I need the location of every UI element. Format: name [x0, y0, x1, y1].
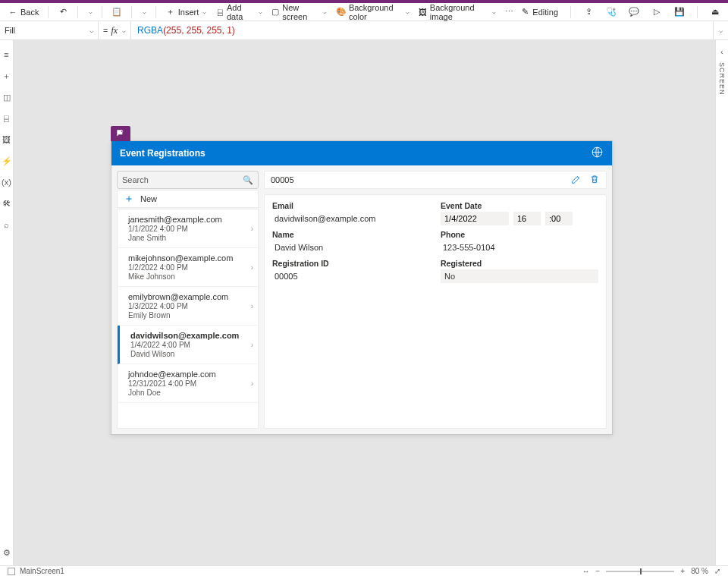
- add-data-button[interactable]: ⌸ Add data ⌵: [212, 2, 265, 23]
- paste-more-button[interactable]: ⌵: [138, 7, 149, 17]
- detail-header: 00005: [264, 171, 607, 189]
- list-item[interactable]: mikejohnson@example.com1/2/2022 4:00 PMM…: [118, 248, 258, 287]
- chevron-down-icon: ⌵: [259, 8, 262, 15]
- fx-icon[interactable]: fx: [111, 25, 118, 36]
- list-item[interactable]: davidwilson@example.com1/4/2022 4:00 PMD…: [118, 326, 258, 364]
- insert-button[interactable]: ＋ Insert ⌵: [162, 5, 210, 19]
- collapse-properties-button[interactable]: ‹: [720, 48, 723, 56]
- paste-button[interactable]: 📋: [108, 5, 125, 19]
- bg-color-button[interactable]: 🎨 Background color ⌵: [333, 2, 413, 23]
- delete-record-button[interactable]: [589, 174, 600, 186]
- eventdate-date-input[interactable]: 1/4/2022: [441, 212, 509, 225]
- property-selected: Fill: [5, 26, 15, 35]
- formula-bar: Fill = fx ⌵ RGBA(255, 255, 255, 1) ⌵: [0, 21, 728, 40]
- editing-mode-button[interactable]: ✎ Editing: [516, 5, 561, 19]
- new-screen-button[interactable]: ▢ New screen ⌵: [268, 2, 330, 23]
- undo-more-button[interactable]: ⌵: [84, 7, 96, 17]
- publish-button[interactable]: ⏏: [707, 5, 723, 19]
- registered-value[interactable]: No: [441, 269, 598, 283]
- select-screen-checkbox[interactable]: [8, 568, 15, 575]
- back-button[interactable]: ← Back: [5, 5, 42, 19]
- formula-func: RGBA: [137, 25, 163, 36]
- settings-icon[interactable]: ⚙: [2, 547, 12, 558]
- checker-button[interactable]: 🩺: [603, 5, 620, 19]
- list-item-email: mikejohnson@example.com: [128, 253, 250, 263]
- zoom-slider[interactable]: [606, 571, 674, 572]
- app-header: Event Registrations: [111, 141, 612, 165]
- list-item-email: janesmith@example.com: [128, 215, 250, 224]
- globe-button[interactable]: [591, 146, 604, 161]
- undo-icon: ↶: [58, 7, 68, 17]
- undo-button[interactable]: ↶: [55, 5, 71, 19]
- save-button[interactable]: 💾: [671, 5, 688, 19]
- data-icon: ⌸: [215, 7, 224, 17]
- list-item-email: davidwilson@example.com: [130, 331, 250, 340]
- list-item-name: David Wilson: [130, 350, 250, 358]
- play-icon: ▷: [651, 7, 662, 17]
- list-item[interactable]: emilybrown@example.com1/3/2022 4:00 PMEm…: [118, 287, 258, 326]
- browse-panel: Search 🔍 ＋ New janesmith@example.com1/1/…: [117, 171, 259, 429]
- canvas-area[interactable]: Event Registrations Search 🔍 ＋ New: [14, 40, 715, 565]
- edit-record-button[interactable]: [571, 174, 582, 186]
- hamburger-icon[interactable]: ≡: [2, 49, 12, 60]
- copilot-icon: [115, 128, 126, 139]
- orientation-toggle[interactable]: ↔: [582, 567, 590, 575]
- comments-button[interactable]: 💬: [626, 5, 642, 19]
- chevron-down-icon: ⌵: [202, 8, 206, 15]
- comment-icon: 💬: [629, 7, 639, 17]
- zoom-value: 80 %: [691, 567, 708, 575]
- email-value: davidwilson@example.com: [272, 212, 430, 225]
- command-bar: ← Back ↶ ⌵ 📋 ⌵ ＋ Insert ⌵ ⌸ Add data ⌵ ▢…: [0, 3, 728, 21]
- eventdate-hour-input[interactable]: 16: [513, 212, 541, 225]
- ellipsis-icon: ⋯: [505, 7, 513, 17]
- app-title: Event Registrations: [120, 148, 206, 159]
- list-item[interactable]: janesmith@example.com1/1/2022 4:00 PMJan…: [118, 209, 258, 248]
- copilot-fab[interactable]: [111, 126, 130, 141]
- chevron-down-icon: ⌵: [323, 8, 327, 15]
- new-record-button[interactable]: ＋ New: [117, 190, 259, 208]
- preview-button[interactable]: ▷: [648, 5, 665, 19]
- image-icon: 🖼: [419, 7, 428, 17]
- list-item-email: johndoe@example.com: [128, 370, 250, 379]
- media-pane-icon[interactable]: 🖼: [2, 134, 12, 145]
- svg-point-0: [121, 131, 123, 132]
- list-item[interactable]: johndoe@example.com12/31/2021 4:00 PMJoh…: [118, 364, 258, 403]
- zoom-in-button[interactable]: +: [680, 567, 685, 575]
- pencil-icon: [571, 174, 582, 184]
- zoom-out-button[interactable]: −: [596, 567, 601, 575]
- app-screen[interactable]: Event Registrations Search 🔍 ＋ New: [111, 140, 613, 435]
- detail-body: Email davidwilson@example.com Event Date…: [264, 194, 607, 429]
- search-pane-icon[interactable]: ⌕: [2, 219, 12, 230]
- formula-input[interactable]: RGBA(255, 255, 255, 1): [131, 21, 713, 39]
- bg-color-label: Background color: [349, 3, 402, 21]
- screen-icon: ▢: [271, 7, 281, 17]
- eventdate-min-input[interactable]: :00: [545, 212, 573, 225]
- tree-plus-icon[interactable]: ＋: [2, 71, 12, 81]
- share-button[interactable]: ⇪: [580, 5, 597, 19]
- phone-label: Phone: [441, 230, 598, 239]
- data-pane-icon[interactable]: ⌸: [2, 113, 12, 124]
- property-selector[interactable]: Fill: [0, 21, 99, 39]
- add-data-label: Add data: [227, 3, 255, 21]
- screen-name[interactable]: MainScreen1: [20, 567, 64, 575]
- chevron-down-icon: ⌵: [719, 27, 723, 34]
- power-automate-icon[interactable]: ⚡: [2, 156, 12, 166]
- insert-pane-icon[interactable]: ◫: [2, 92, 12, 102]
- list-item-email: emilybrown@example.com: [128, 292, 250, 301]
- name-label: Name: [272, 230, 430, 239]
- variables-icon[interactable]: (x): [2, 177, 12, 187]
- list-item-date: 1/3/2022 4:00 PM: [128, 302, 250, 310]
- chevron-down-icon[interactable]: ⌵: [122, 27, 126, 34]
- bg-image-button[interactable]: 🖼 Background image ⌵: [416, 2, 499, 23]
- advanced-tools-icon[interactable]: 🛠: [2, 198, 12, 209]
- search-input[interactable]: Search 🔍: [117, 171, 259, 189]
- fit-to-window-button[interactable]: ⤢: [714, 567, 720, 575]
- formula-expand-button[interactable]: ⌵: [713, 21, 728, 39]
- detail-id: 00005: [271, 175, 294, 184]
- chevron-down-icon: ⌵: [492, 8, 496, 15]
- formula-args: (255, 255, 255, 1): [163, 25, 235, 36]
- save-icon: 💾: [674, 7, 685, 17]
- overflow-button[interactable]: ⋯: [502, 5, 516, 18]
- pencil-icon: ✎: [519, 7, 530, 17]
- regid-label: Registration ID: [272, 259, 430, 268]
